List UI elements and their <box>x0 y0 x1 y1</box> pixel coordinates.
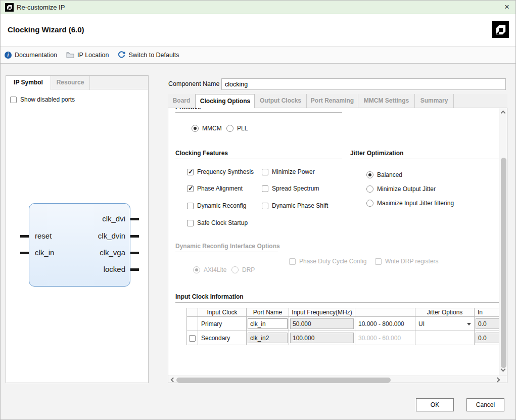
minimize-output-jitter-radio[interactable]: Minimize Output Jitter <box>366 185 436 193</box>
port-label-clk-in: clk_in <box>35 248 54 257</box>
radio-icon <box>366 185 373 193</box>
frequency-synthesis-checkbox[interactable]: Frequency Synthesis <box>187 168 254 175</box>
col-input-jitter: In <box>475 308 499 317</box>
minimize-power-checkbox[interactable]: Minimize Power <box>262 168 315 175</box>
component-name-input[interactable] <box>221 78 506 90</box>
table-row-primary: Primary clk_in 50.000 10.000 - 800.000 U… <box>187 317 499 331</box>
window-title: Re-customize IP <box>17 1 65 14</box>
tab-ip-symbol[interactable]: IP Symbol <box>6 76 51 90</box>
ip-location-button[interactable]: IP Location <box>66 52 109 59</box>
documentation-button[interactable]: i Documentation <box>5 52 57 59</box>
radio-icon <box>226 125 233 132</box>
clocking-options-panel: Primitive MMCM PLL Clocking Features Fre… <box>168 108 507 383</box>
dynamic-reconfig-checkbox[interactable]: Dynamic Reconfig <box>187 202 246 209</box>
show-disabled-ports-checkbox[interactable]: Show disabled ports <box>10 96 75 103</box>
checkbox-icon <box>375 258 382 265</box>
primary-jitter-options-value: UI <box>418 320 425 328</box>
mmcm-radio[interactable]: MMCM <box>192 125 222 132</box>
folder-icon <box>66 52 74 58</box>
primary-input-frequency-input[interactable]: 50.000 <box>290 318 354 329</box>
clocking-features-heading: Clocking Features <box>175 150 228 157</box>
dialog-header: Clocking Wizard (6.0) <box>1 14 516 46</box>
checkbox-icon <box>262 185 268 192</box>
axi4lite-label: AXI4Lite <box>204 266 226 273</box>
phase-alignment-checkbox[interactable]: Phase Alignment <box>187 185 243 192</box>
write-drp-registers-checkbox: Write DRP registers <box>375 258 439 265</box>
secondary-input-frequency-input[interactable]: 100.000 <box>290 333 354 343</box>
minimize-power-label: Minimize Power <box>272 168 315 175</box>
phase-alignment-label: Phase Alignment <box>197 185 243 192</box>
phase-duty-cycle-config-label: Phase Duty Cycle Config <box>299 258 366 265</box>
scroll-right-icon[interactable] <box>495 378 500 383</box>
horizontal-scrollbar-thumb[interactable] <box>176 378 391 383</box>
secondary-range: 30.000 - 60.000 <box>355 331 415 345</box>
tab-board[interactable]: Board <box>168 94 196 108</box>
toolbar: i Documentation IP Location Switch to De… <box>1 46 516 64</box>
primary-jitter-options-dropdown[interactable]: UI <box>415 317 475 331</box>
primary-range: 10.000 - 800.000 <box>355 317 415 331</box>
safe-clock-startup-checkbox[interactable]: Safe Clock Startup <box>187 219 248 226</box>
tab-mmcm-settings[interactable]: MMCM Settings <box>358 94 415 108</box>
radio-icon <box>366 171 373 178</box>
primary-port-name-input[interactable]: clk_in <box>248 318 288 329</box>
tab-clocking-options[interactable]: Clocking Options <box>196 94 255 108</box>
dynamic-reconfig-label: Dynamic Reconfig <box>197 202 246 209</box>
jitter-optimization-heading: Jitter Optimization <box>350 150 403 157</box>
secondary-input-clock: Secondary <box>198 331 247 345</box>
checkbox-icon <box>187 220 194 226</box>
refresh-icon <box>118 51 125 59</box>
switch-to-defaults-button[interactable]: Switch to Defaults <box>118 51 179 59</box>
maximize-input-jitter-filtering-radio[interactable]: Maximize Input Jitter filtering <box>366 200 454 207</box>
vertical-scrollbar[interactable] <box>499 108 507 376</box>
port-label-clk-vga: clk_vga <box>57 248 125 257</box>
pll-label: PLL <box>237 125 248 132</box>
chevron-down-icon <box>467 323 471 328</box>
col-input-frequency: Input Frequency(MHz) <box>289 308 355 317</box>
secondary-select-cell[interactable] <box>187 331 198 345</box>
scroll-left-icon[interactable] <box>171 378 176 383</box>
axi4lite-radio: AXI4Lite <box>193 266 226 273</box>
maximize-input-jitter-filtering-label: Maximize Input Jitter filtering <box>377 200 454 207</box>
dynamic-phase-shift-checkbox[interactable]: Dynamic Phase Shift <box>262 202 328 209</box>
col-select <box>187 308 198 317</box>
tab-port-renaming[interactable]: Port Renaming <box>307 94 358 108</box>
ok-button[interactable]: OK <box>416 398 454 411</box>
spread-spectrum-checkbox[interactable]: Spread Spectrum <box>262 185 319 192</box>
cancel-button[interactable]: Cancel <box>466 398 504 411</box>
tab-summary[interactable]: Summary <box>415 94 454 108</box>
show-disabled-ports-label: Show disabled ports <box>20 96 75 103</box>
port-label-clk-dvi: clk_dvi <box>57 214 125 223</box>
port-stub-clk-dvi <box>130 218 139 220</box>
checkbox-icon <box>10 97 17 103</box>
left-panel-tabbar: IP Symbol Resource <box>6 76 148 89</box>
scroll-up-icon[interactable] <box>501 111 506 116</box>
horizontal-scrollbar[interactable] <box>168 376 507 383</box>
page-title: Clocking Wizard (6.0) <box>8 25 84 34</box>
safe-clock-startup-label: Safe Clock Startup <box>197 219 248 226</box>
info-icon: i <box>5 52 12 59</box>
close-icon[interactable]: × <box>501 1 512 14</box>
secondary-input-jitter-input[interactable]: 0.0 <box>476 333 499 343</box>
xilinx-brand-logo <box>492 21 509 38</box>
secondary-port-name-input[interactable]: clk_in2 <box>248 333 288 343</box>
port-stub-reset <box>20 235 29 238</box>
write-drp-registers-label: Write DRP registers <box>385 258 439 265</box>
component-name-label: Component Name <box>168 78 219 89</box>
phase-duty-cycle-config-checkbox: Phase Duty Cycle Config <box>289 258 366 265</box>
port-label-reset: reset <box>35 231 52 240</box>
balanced-radio[interactable]: Balanced <box>366 171 402 178</box>
pll-radio[interactable]: PLL <box>226 125 248 132</box>
switch-to-defaults-label: Switch to Defaults <box>128 52 179 59</box>
xilinx-logo-icon <box>5 3 14 12</box>
port-label-clk-dvin: clk_dvin <box>57 231 125 240</box>
balanced-label: Balanced <box>377 171 402 178</box>
vertical-scrollbar-thumb[interactable] <box>501 158 506 368</box>
input-clock-information-underline <box>175 302 499 303</box>
radio-icon <box>366 200 373 207</box>
tab-resource[interactable]: Resource <box>51 76 90 90</box>
col-jitter-options: Jitter Options <box>415 308 475 317</box>
tab-output-clocks[interactable]: Output Clocks <box>255 94 307 108</box>
primary-input-jitter-input[interactable]: 0.0 <box>476 318 499 329</box>
mmcm-label: MMCM <box>202 125 222 132</box>
primary-select-cell <box>187 317 198 331</box>
